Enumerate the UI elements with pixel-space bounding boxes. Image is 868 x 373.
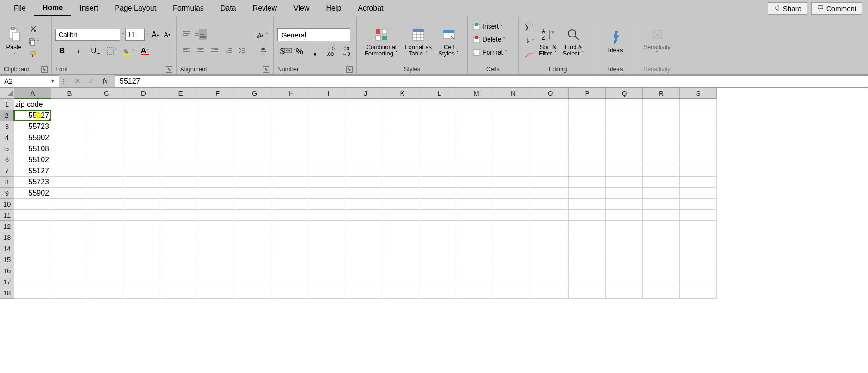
font-color-button[interactable]: A˅ [139,45,152,56]
menu-review[interactable]: Review [245,1,285,15]
cell[interactable] [606,143,643,154]
number-format-input[interactable] [277,28,350,41]
namebox-menu-button[interactable]: ⋮ [59,78,67,85]
paste-button[interactable]: Paste ˅ [4,18,24,65]
cell[interactable] [569,254,606,265]
cell[interactable] [643,99,680,110]
cell[interactable] [88,165,125,177]
cell[interactable] [569,265,606,276]
cell[interactable] [495,232,532,243]
column-header[interactable]: E [162,88,199,99]
menu-home[interactable]: Home [34,1,71,16]
cell[interactable] [384,232,421,243]
cell[interactable] [606,276,643,287]
cell[interactable] [162,199,199,210]
cell[interactable] [347,199,384,210]
row-header[interactable]: 3 [0,121,14,132]
name-box[interactable]: A2 ▼ [0,75,59,87]
cell[interactable] [273,177,310,188]
cell[interactable] [495,177,532,188]
cell[interactable] [569,121,606,132]
cell[interactable] [236,210,273,221]
cell[interactable] [421,188,458,199]
cell[interactable] [458,243,495,254]
cell[interactable] [384,110,421,121]
alignment-launcher[interactable]: ⬊ [263,66,269,73]
cell[interactable] [310,99,347,110]
cell[interactable] [569,143,606,154]
cell[interactable] [199,177,236,188]
cell[interactable] [273,165,310,177]
cell[interactable] [606,99,643,110]
cell[interactable] [125,165,162,177]
cell[interactable] [51,287,88,299]
cell[interactable] [495,165,532,177]
cell[interactable] [347,110,384,121]
column-header[interactable]: Q [606,88,643,99]
cell[interactable] [680,177,717,188]
cell[interactable] [421,177,458,188]
row-header[interactable]: 11 [0,210,14,221]
cell[interactable] [347,287,384,299]
decrease-font-button[interactable]: A▾ [162,29,173,40]
cell[interactable] [14,199,51,210]
cell[interactable] [421,287,458,299]
cell[interactable] [199,243,236,254]
cell[interactable] [532,221,569,232]
row-header[interactable]: 2 [0,110,14,121]
cell[interactable] [458,177,495,188]
cell[interactable] [273,121,310,132]
column-header[interactable]: O [532,88,569,99]
align-middle-button[interactable]: < style="background:#a8a8a8" [194,29,207,40]
cell[interactable] [569,177,606,188]
cell[interactable] [273,254,310,265]
cell[interactable] [680,154,717,165]
cell[interactable] [51,276,88,287]
cell[interactable] [310,221,347,232]
cell[interactable] [495,243,532,254]
cell[interactable] [273,243,310,254]
cell[interactable] [162,154,199,165]
cell[interactable] [347,232,384,243]
cell[interactable] [273,221,310,232]
font-launcher[interactable]: ⬊ [166,66,172,73]
cell[interactable] [273,232,310,243]
fill-button[interactable]: ˅ [522,35,535,46]
row-header[interactable]: 10 [0,199,14,210]
cell[interactable] [680,232,717,243]
column-header[interactable]: S [680,88,717,99]
cell[interactable] [310,265,347,276]
cell[interactable] [14,221,51,232]
cell[interactable] [273,110,310,121]
menu-data[interactable]: Data [212,1,245,15]
row-header[interactable]: 7 [0,165,14,177]
cell[interactable] [384,177,421,188]
cell[interactable] [458,287,495,299]
cancel-formula-button[interactable]: ✕ [70,75,84,87]
cell[interactable] [643,243,680,254]
cell[interactable] [458,232,495,243]
insert-cells-button[interactable]: Insert ˅ [471,21,514,31]
menu-formulas[interactable]: Formulas [165,1,212,15]
cell[interactable] [421,243,458,254]
cell[interactable] [569,199,606,210]
cell[interactable] [421,232,458,243]
cell[interactable] [384,165,421,177]
menu-insert[interactable]: Insert [71,1,106,15]
cell[interactable] [606,154,643,165]
cell[interactable] [495,99,532,110]
menu-view[interactable]: View [285,1,318,15]
cell[interactable] [495,254,532,265]
increase-decimal-button[interactable]: ←0.00 [324,46,337,57]
cell[interactable] [51,177,88,188]
menu-page-layout[interactable]: Page Layout [106,1,165,15]
cell[interactable] [643,177,680,188]
cell[interactable] [199,232,236,243]
cell[interactable] [532,287,569,299]
cell[interactable] [347,121,384,132]
clear-button[interactable]: ˅ [522,49,535,60]
cell[interactable] [569,99,606,110]
column-header[interactable]: C [88,88,125,99]
column-header[interactable]: K [384,88,421,99]
cell[interactable] [495,143,532,154]
